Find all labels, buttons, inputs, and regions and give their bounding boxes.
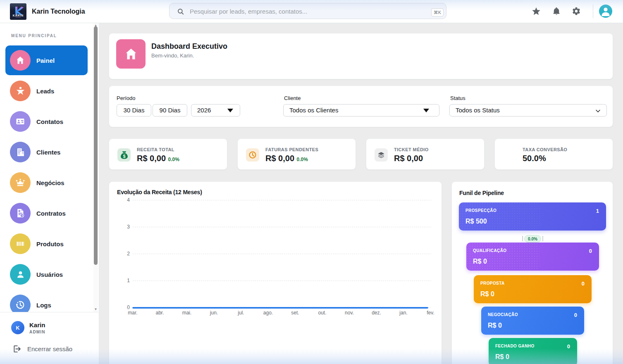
svg-text:3: 3 [127,224,130,230]
svg-text:mai.: mai. [182,310,192,316]
svg-text:KARIN: KARIN [13,14,24,17]
svg-text:nov.: nov. [345,310,354,316]
svg-text:4: 4 [127,197,130,203]
svg-text:abr.: abr. [155,310,164,316]
svg-text:jun.: jun. [210,310,218,316]
svg-text:set.: set. [291,310,299,316]
svg-text:0: 0 [127,305,130,310]
svg-text:dez.: dez. [372,310,381,316]
svg-text:out.: out. [318,310,326,316]
svg-text:fev.: fev. [427,310,434,316]
svg-text:mar.: mar. [128,310,137,316]
svg-text:jan.: jan. [399,310,407,316]
svg-text:$: $ [123,153,125,158]
svg-text:1: 1 [127,278,130,283]
svg-text:jul.: jul. [237,310,244,316]
svg-text:ago.: ago. [263,310,273,316]
svg-text:K: K [16,325,20,331]
svg-text:2: 2 [127,251,130,257]
